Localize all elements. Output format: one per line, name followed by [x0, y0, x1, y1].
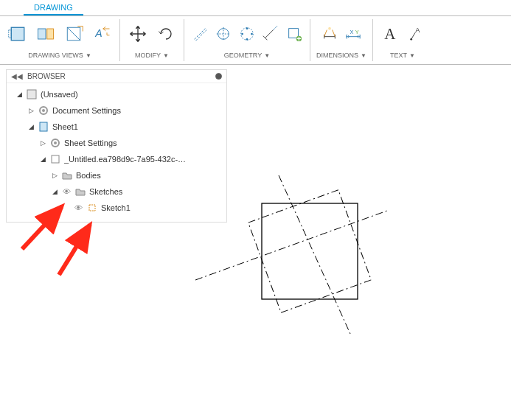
group-drawing-views: A DRAWING VIEWS▼ [0, 16, 119, 64]
tree-node-sheetset[interactable]: ▷ Sheet Settings [8, 135, 225, 151]
tree-node-bodies[interactable]: ▷ Bodies [8, 167, 225, 183]
component-icon [49, 153, 61, 165]
browser-pin-icon[interactable] [215, 73, 222, 80]
svg-point-11 [241, 33, 243, 35]
expander-icon[interactable]: ◢ [15, 91, 23, 98]
centerline-button[interactable] [190, 24, 209, 43]
expander-icon[interactable]: ▷ [51, 172, 58, 179]
projected-view-button[interactable] [34, 22, 58, 46]
add-geometry-button[interactable] [285, 24, 304, 43]
browser-title: BROWSER [27, 72, 211, 80]
group-label-modify[interactable]: MODIFY▼ [135, 50, 169, 60]
svg-rect-30 [52, 155, 59, 163]
group-label-geometry[interactable]: GEOMETRY▼ [224, 50, 270, 60]
svg-text:A: A [415, 27, 420, 34]
group-label-views[interactable]: DRAWING VIEWS▼ [28, 50, 91, 60]
browser-panel: ◀◀ BROWSER ◢ (Unsaved) ▷ Document Settin… [6, 69, 227, 223]
expander-icon[interactable]: ◢ [39, 155, 46, 163]
text-button[interactable]: A [379, 22, 403, 46]
group-geometry: GEOMETRY▼ [184, 16, 310, 64]
rotate-button[interactable] [154, 22, 178, 46]
visibility-icon[interactable]: 👁 [73, 203, 83, 212]
tree-node-untitled[interactable]: ◢ _Untitled.ea798d9c-7a95-432c-… [8, 151, 225, 167]
tree-label: (Unsaved) [41, 90, 78, 99]
svg-rect-21 [248, 190, 372, 313]
gear-icon [49, 137, 61, 149]
tab-drawing[interactable]: DRAWING [24, 0, 83, 15]
svg-point-14 [328, 27, 331, 30]
tree-node-docset[interactable]: ▷ Document Settings [8, 102, 225, 119]
ribbon: A DRAWING VIEWS▼ MODIFY▼ [0, 16, 511, 65]
svg-rect-20 [262, 203, 358, 299]
tree-label: Sketch1 [101, 203, 131, 212]
svg-point-29 [54, 141, 57, 144]
browser-tree: ◢ (Unsaved) ▷ Document Settings ◢ Sheet1… [7, 83, 226, 222]
svg-text:X: X [350, 29, 353, 35]
base-view-button[interactable] [6, 22, 29, 46]
tree-node-sketches[interactable]: ◢ 👁 Sketches [8, 183, 225, 200]
work-area: ◀◀ BROWSER ◢ (Unsaved) ▷ Document Settin… [0, 65, 511, 420]
tab-bar: DRAWING [0, 0, 511, 16]
tree-label: Document Settings [52, 106, 121, 115]
edge-extension-button[interactable] [261, 24, 280, 43]
tree-label: _Untitled.ea798d9c-7a95-432c-… [64, 155, 186, 164]
detail-view-button[interactable]: A [90, 22, 114, 46]
section-view-button[interactable] [62, 22, 86, 46]
svg-rect-3 [47, 29, 54, 39]
expander-icon[interactable]: ◢ [51, 188, 58, 195]
expander-icon[interactable]: ▷ [27, 107, 35, 114]
visibility-icon[interactable]: 👁 [61, 187, 72, 196]
tree-label: Sketches [89, 187, 122, 196]
tree-label: Sheet Settings [64, 139, 117, 147]
group-dimensions: XY DIMENSIONS▼ [310, 16, 372, 64]
group-label-text[interactable]: TEXT▼ [390, 50, 415, 60]
tree-label: Sheet1 [52, 122, 78, 131]
svg-rect-27 [40, 122, 47, 131]
svg-rect-31 [89, 205, 95, 211]
svg-point-8 [246, 27, 248, 29]
svg-point-10 [246, 38, 248, 41]
tree-node-sketch1[interactable]: 👁 Sketch1 [8, 200, 225, 216]
svg-point-26 [42, 109, 45, 112]
group-label-dimensions[interactable]: DIMENSIONS▼ [316, 50, 366, 60]
linear-dimension-button[interactable]: XY [344, 24, 363, 43]
tree-label: Bodies [76, 171, 101, 180]
expander-icon[interactable]: ▷ [39, 139, 46, 147]
dimension-button[interactable] [320, 24, 339, 43]
folder-icon [74, 186, 86, 197]
sketch-icon [86, 202, 98, 214]
tree-node-root[interactable]: ◢ (Unsaved) [8, 86, 225, 102]
group-text: A A TEXT▼ [373, 16, 432, 64]
browser-collapse-icon[interactable]: ◀◀ [11, 72, 23, 80]
gear-icon [38, 105, 49, 116]
move-button[interactable] [126, 22, 150, 46]
svg-text:Y: Y [355, 29, 359, 35]
svg-point-9 [251, 33, 253, 35]
svg-text:A: A [94, 27, 102, 39]
svg-rect-2 [38, 29, 46, 39]
svg-text:A: A [384, 25, 396, 43]
center-pattern-button[interactable] [237, 24, 257, 43]
svg-line-23 [279, 175, 350, 334]
svg-point-19 [410, 38, 412, 41]
svg-rect-24 [27, 90, 36, 99]
browser-header: ◀◀ BROWSER [7, 70, 226, 83]
sheet-icon [38, 121, 49, 133]
center-mark-button[interactable] [214, 24, 233, 43]
leader-text-button[interactable]: A [407, 24, 426, 43]
tree-node-sheet[interactable]: ◢ Sheet1 [8, 119, 225, 135]
svg-rect-0 [11, 27, 24, 41]
drawing-icon [26, 88, 38, 100]
folder-icon [61, 169, 73, 181]
group-modify: MODIFY▼ [120, 16, 184, 64]
expander-icon[interactable]: ◢ [27, 123, 35, 130]
svg-rect-12 [289, 29, 299, 38]
